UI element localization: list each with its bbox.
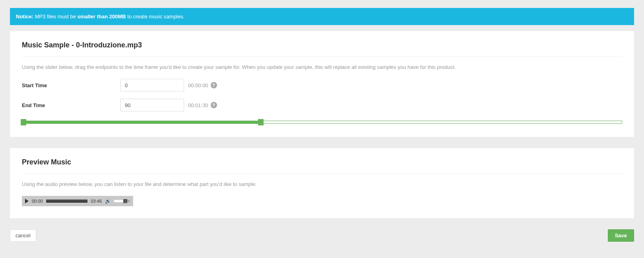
- play-icon[interactable]: [25, 199, 29, 203]
- help-icon[interactable]: ?: [211, 82, 217, 88]
- player-progress[interactable]: [46, 199, 88, 203]
- start-time-display: 00:00:00 ?: [188, 82, 217, 88]
- help-icon[interactable]: ?: [211, 102, 217, 108]
- notice-label: Notice:: [16, 14, 33, 20]
- start-time-value: 00:00:00: [188, 82, 208, 88]
- action-row: cancel Save: [10, 229, 634, 242]
- end-time-display: 00:01:30 ?: [188, 102, 217, 108]
- range-slider[interactable]: [22, 119, 622, 125]
- save-button[interactable]: Save: [608, 229, 634, 242]
- end-time-input[interactable]: [120, 99, 184, 111]
- end-time-value: 00:01:30: [188, 102, 208, 108]
- preview-title: Preview Music: [22, 158, 622, 174]
- start-time-row: Start Time 00:00:00 ?: [22, 79, 622, 92]
- start-time-input[interactable]: [120, 79, 184, 92]
- preview-panel: Preview Music Using the audio preview be…: [10, 148, 634, 218]
- music-sample-description: Using the slider below, drag the endpoin…: [22, 64, 622, 70]
- notice-banner: Notice: MP3 files must be smaller than 2…: [10, 8, 634, 25]
- end-time-label: End Time: [22, 102, 120, 108]
- slider-fill: [22, 121, 261, 124]
- slider-handle-start[interactable]: [21, 119, 26, 125]
- volume-slider[interactable]: [114, 200, 130, 202]
- player-duration: 03:46: [91, 199, 102, 203]
- music-sample-title: Music Sample - 0-Introduzione.mp3: [22, 41, 622, 57]
- start-time-label: Start Time: [22, 82, 120, 88]
- audio-player: 00:00 03:46 🔊: [22, 196, 133, 206]
- cancel-button[interactable]: cancel: [10, 229, 36, 242]
- preview-description: Using the audio preview below, you can l…: [22, 181, 622, 187]
- slider-handle-end[interactable]: [258, 119, 264, 125]
- end-time-row: End Time 00:01:30 ?: [22, 99, 622, 111]
- notice-bold: smaller than 200MB: [78, 14, 126, 20]
- notice-text-before: MP3 files must be: [33, 14, 78, 20]
- volume-icon[interactable]: 🔊: [105, 198, 111, 204]
- music-sample-panel: Music Sample - 0-Introduzione.mp3 Using …: [10, 31, 634, 137]
- player-current-time: 00:00: [32, 199, 43, 203]
- volume-knob[interactable]: [123, 199, 127, 203]
- notice-text-after: to create music samples.: [126, 14, 184, 20]
